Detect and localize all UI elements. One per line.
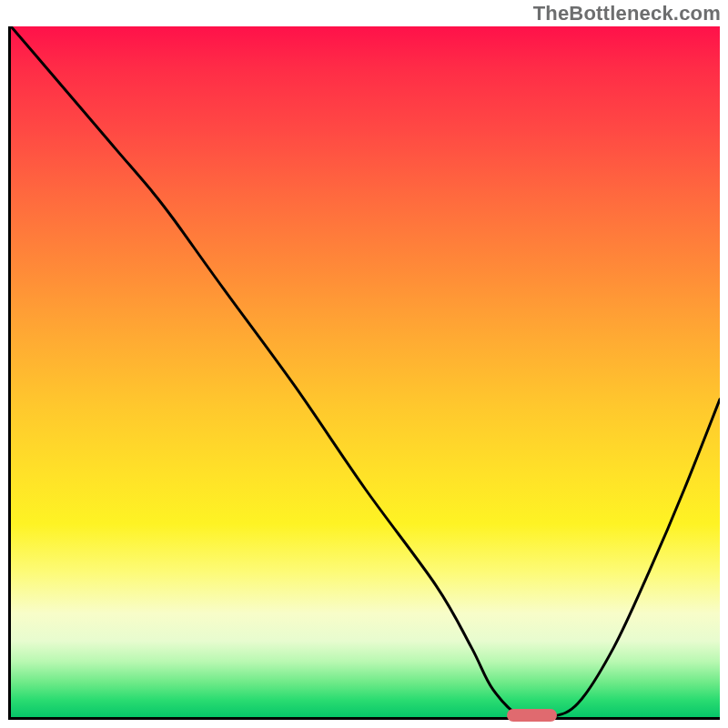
bottleneck-curve [11, 26, 720, 717]
curve-path [11, 26, 720, 717]
chart-stage: TheBottleneck.com [0, 0, 728, 728]
watermark-label: TheBottleneck.com [533, 2, 721, 25]
plot-area [8, 26, 720, 720]
bottleneck-marker [507, 709, 557, 722]
